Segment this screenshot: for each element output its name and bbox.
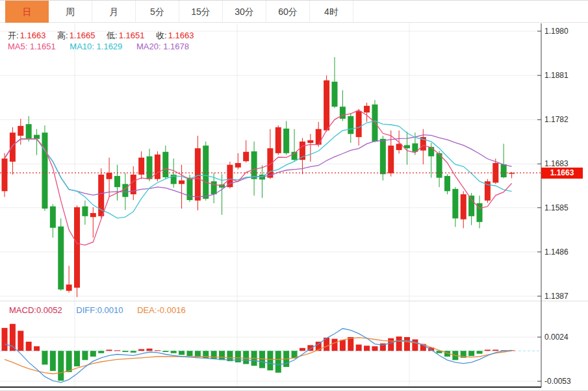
macd-bar: [171, 351, 177, 353]
candle-wick: [93, 207, 94, 238]
macd-bar: [74, 351, 80, 366]
candle-body: [324, 81, 329, 131]
price-axis-label: 1.1980: [544, 27, 569, 36]
candle-body: [316, 129, 322, 145]
ma10-line: [5, 121, 512, 218]
diff-value: 0.0010: [97, 305, 123, 315]
candle-wick: [36, 129, 37, 155]
macd-bar: [131, 351, 136, 353]
candle-body: [90, 213, 96, 217]
candle-body: [211, 181, 217, 194]
candle-body: [114, 176, 120, 187]
macd-bar: [404, 337, 410, 351]
candle-body: [179, 181, 185, 184]
candle-body: [501, 164, 507, 177]
macd-bar: [58, 351, 64, 381]
candle-wick: [310, 134, 311, 162]
macd-axis-label: -0.0053: [544, 377, 571, 386]
candle-body: [74, 207, 80, 288]
macd-bar: [179, 351, 185, 355]
macd-bar: [122, 351, 128, 352]
macd-bar: [412, 340, 418, 351]
macd-bar: [372, 346, 377, 351]
macd-axis-label: 0.0024: [544, 333, 569, 342]
candlestick-macd-chart[interactable]: [0, 1, 588, 391]
diff-label: DIFF:: [76, 305, 97, 315]
candle-body: [155, 155, 160, 179]
macd-readout: MACD:0.0052 DIFF:0.0010 DEA:-0.0016: [9, 305, 186, 315]
candle-body: [50, 207, 56, 228]
dea-label: DEA:: [137, 305, 157, 315]
open-label: 开:: [8, 31, 19, 40]
macd-bar: [107, 349, 112, 351]
macd-label: MACD:: [9, 305, 36, 315]
macd-bar: [2, 328, 8, 351]
candle-body: [162, 152, 168, 177]
macd-bar: [26, 342, 32, 351]
macd-bar: [396, 336, 402, 351]
macd-bar: [18, 331, 23, 351]
macd-bar: [98, 351, 104, 353]
candle-body: [107, 173, 112, 179]
tab-60min[interactable]: 60分: [266, 1, 310, 23]
candle-body: [195, 148, 201, 200]
macd-bar: [235, 351, 241, 362]
tab-15min[interactable]: 15分: [179, 1, 223, 23]
macd-bar: [42, 351, 47, 364]
diff-line: [5, 329, 512, 383]
open-value: 1.1663: [20, 31, 46, 40]
candle-wick: [181, 165, 182, 208]
macd-bar: [219, 351, 225, 360]
macd-bar: [211, 351, 217, 359]
ma10-value: 1.1629: [97, 42, 123, 51]
macd-bar: [267, 351, 273, 370]
ma5-value: 1.1651: [30, 42, 56, 51]
candle-body: [251, 151, 257, 179]
macd-bar: [331, 339, 337, 351]
candle-body: [380, 139, 386, 174]
high-value: 1.1665: [70, 31, 96, 40]
candle-body: [66, 284, 72, 291]
macd-bar: [155, 350, 160, 351]
price-axis-label: 1.1585: [544, 203, 569, 212]
tab-day[interactable]: 日: [5, 1, 49, 23]
price-axis-label: 1.1881: [544, 71, 569, 80]
candle-body: [331, 82, 337, 107]
tab-5min[interactable]: 5分: [136, 1, 179, 23]
ohlc-readout: 开:1.1663 高:1.1665 低:1.1651 收:1.1663: [8, 30, 203, 42]
macd-bar: [66, 351, 72, 372]
tab-week[interactable]: 周: [49, 1, 92, 23]
ma20-line: [5, 135, 512, 197]
candle-body: [122, 184, 128, 197]
candle-body: [468, 196, 474, 216]
ma20-value: 1.1678: [163, 42, 189, 51]
low-value: 1.1651: [119, 31, 145, 40]
candle-body: [428, 147, 434, 156]
high-label: 高:: [57, 31, 68, 40]
current-price-badge: 1.1663: [541, 168, 583, 179]
candle-body: [364, 106, 370, 112]
candle-body: [340, 107, 346, 119]
macd-bar: [388, 338, 394, 351]
candle-body: [388, 145, 394, 173]
ma20-label: MA20:: [136, 42, 161, 51]
ma-readout: MA5: 1.1651 MA10: 1.1629 MA20: 1.1678: [8, 42, 189, 51]
tab-4hour[interactable]: 4时: [310, 1, 353, 23]
candle-body: [58, 227, 64, 290]
macd-bar: [300, 348, 305, 351]
macd-bar: [340, 340, 346, 351]
tab-30min[interactable]: 30分: [223, 1, 266, 23]
candle-body: [26, 124, 32, 138]
candle-body: [10, 132, 16, 162]
candle-body: [82, 207, 88, 216]
macd-bar: [162, 351, 168, 352]
macd-bar: [186, 351, 192, 356]
tab-month[interactable]: 月: [92, 1, 136, 23]
period-tabbar: 日周月5分15分30分60分4时: [0, 1, 588, 23]
price-axis-label: 1.1782: [544, 115, 569, 124]
macd-bar: [275, 351, 281, 373]
macd-bar: [364, 346, 370, 351]
price-axis-label: 1.1387: [544, 292, 569, 301]
candle-wick: [262, 165, 262, 197]
low-label: 低:: [107, 31, 118, 40]
